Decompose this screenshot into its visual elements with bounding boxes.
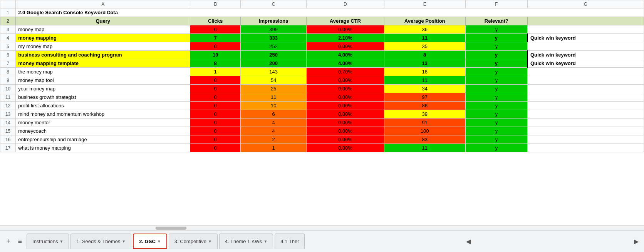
cell-position[interactable]: 91 [384, 118, 465, 127]
cell-position[interactable]: 34 [384, 85, 465, 93]
cell-clicks[interactable]: 8 [190, 59, 241, 68]
add-sheet-button[interactable]: + [3, 235, 13, 248]
cell-query[interactable]: money mapping template [16, 59, 190, 68]
col-header-d[interactable]: D [307, 0, 384, 8]
cell-ctr[interactable]: 0.00% [307, 135, 384, 144]
cell-position[interactable]: 11 [384, 76, 465, 85]
col-header-b[interactable]: B [190, 0, 241, 8]
cell-relevant[interactable]: y [465, 102, 527, 110]
cell-ctr[interactable]: 4.00% [307, 51, 384, 59]
cell-clicks[interactable]: 0 [190, 93, 241, 102]
cell-position[interactable]: 16 [384, 68, 465, 76]
cell-ctr[interactable]: 0.00% [307, 76, 384, 85]
cell-impressions[interactable]: 6 [241, 110, 307, 118]
col-header-f[interactable]: F [465, 0, 527, 8]
tab-instructions[interactable]: Instructions ▼ [27, 234, 69, 249]
tab-nav-next[interactable]: ▶ [632, 236, 641, 247]
cell-ctr[interactable]: 0.70% [307, 68, 384, 76]
cell-clicks[interactable]: 0 [190, 135, 241, 144]
cell-impressions[interactable]: 2 [241, 135, 307, 144]
cell-query[interactable]: business growth strategist [16, 93, 190, 102]
cell-ctr[interactable]: 0.00% [307, 85, 384, 93]
cell-clicks[interactable]: 7 [190, 34, 241, 42]
cell-query[interactable]: mind money and momentum workshop [16, 110, 190, 118]
cell-relevant[interactable]: y [465, 59, 527, 68]
cell-query[interactable]: profit first allocations [16, 102, 190, 110]
cell-ctr[interactable]: 0.00% [307, 110, 384, 118]
cell-ctr[interactable]: 0.00% [307, 93, 384, 102]
cell-query[interactable]: money mentor [16, 118, 190, 127]
cell-ctr[interactable]: 0.00% [307, 102, 384, 110]
cell-clicks[interactable]: 10 [190, 51, 241, 59]
cell-query[interactable]: what is money mapping [16, 144, 190, 152]
sheet-menu-button[interactable]: ≡ [15, 235, 25, 248]
cell-impressions[interactable]: 252 [241, 42, 307, 51]
cell-relevant[interactable]: y [465, 118, 527, 127]
cell-clicks[interactable]: 0 [190, 42, 241, 51]
col-header-a[interactable]: A [16, 0, 190, 8]
cell-impressions[interactable]: 250 [241, 51, 307, 59]
cell-ctr[interactable]: 2.10% [307, 34, 384, 42]
cell-ctr[interactable]: 4.00% [307, 59, 384, 68]
tab-theme41[interactable]: 4.1 Ther [275, 234, 305, 249]
cell-clicks[interactable]: 1 [190, 68, 241, 76]
tab-gsc[interactable]: 2. GSC ▼ [133, 234, 167, 249]
cell-query[interactable]: money map tool [16, 76, 190, 85]
cell-impressions[interactable]: 4 [241, 118, 307, 127]
cell-impressions[interactable]: 54 [241, 76, 307, 85]
cell-relevant[interactable]: y [465, 76, 527, 85]
cell-query[interactable]: my money map [16, 42, 190, 51]
cell-position[interactable]: 35 [384, 42, 465, 51]
cell-impressions[interactable]: 11 [241, 93, 307, 102]
cell-relevant[interactable]: y [465, 42, 527, 51]
col-header-g[interactable]: G [527, 0, 644, 8]
cell-query[interactable]: money mapping [16, 34, 190, 42]
cell-position[interactable]: 11 [384, 34, 465, 42]
cell-relevant[interactable]: y [465, 135, 527, 144]
cell-position[interactable]: 100 [384, 127, 465, 135]
cell-query[interactable]: entrepreneurship and marriage [16, 135, 190, 144]
horizontal-scrollbar[interactable] [0, 225, 644, 230]
cell-ctr[interactable]: 0.00% [307, 127, 384, 135]
cell-impressions[interactable]: 143 [241, 68, 307, 76]
cell-relevant[interactable]: y [465, 25, 527, 34]
cell-clicks[interactable]: 0 [190, 85, 241, 93]
cell-impressions[interactable]: 333 [241, 34, 307, 42]
cell-relevant[interactable]: y [465, 51, 527, 59]
scroll-thumb[interactable] [156, 227, 186, 230]
cell-query[interactable]: moneycoach [16, 127, 190, 135]
cell-relevant[interactable]: y [465, 34, 527, 42]
cell-ctr[interactable]: 0.00% [307, 118, 384, 127]
cell-clicks[interactable]: 0 [190, 127, 241, 135]
cell-impressions[interactable]: 1 [241, 144, 307, 152]
cell-position[interactable]: 97 [384, 93, 465, 102]
cell-clicks[interactable]: 0 [190, 102, 241, 110]
cell-clicks[interactable]: 0 [190, 76, 241, 85]
cell-relevant[interactable]: y [465, 68, 527, 76]
cell-position[interactable]: 11 [384, 144, 465, 152]
cell-impressions[interactable]: 4 [241, 127, 307, 135]
tab-seeds-themes[interactable]: 1. Seeds & Themes ▼ [70, 234, 131, 249]
cell-ctr[interactable]: 0.00% [307, 144, 384, 152]
cell-impressions[interactable]: 200 [241, 59, 307, 68]
cell-relevant[interactable]: y [465, 85, 527, 93]
cell-query[interactable]: the money map [16, 68, 190, 76]
tab-nav-prev[interactable]: ◀ [464, 236, 473, 247]
cell-clicks[interactable]: 0 [190, 25, 241, 34]
cell-position[interactable]: 83 [384, 135, 465, 144]
cell-relevant[interactable]: y [465, 93, 527, 102]
cell-position[interactable]: 8 [384, 51, 465, 59]
cell-impressions[interactable]: 10 [241, 102, 307, 110]
cell-clicks[interactable]: 0 [190, 144, 241, 152]
title-cell[interactable]: 2.0 Google Search Console Keyword Data [16, 8, 644, 17]
cell-relevant[interactable]: y [465, 144, 527, 152]
tab-theme1kws[interactable]: 4. Theme 1 KWs ▼ [219, 234, 273, 249]
cell-position[interactable]: 39 [384, 110, 465, 118]
col-header-c[interactable]: C [241, 0, 307, 8]
cell-clicks[interactable]: 0 [190, 118, 241, 127]
cell-query[interactable]: money map [16, 25, 190, 34]
tab-competitive[interactable]: 3. Competitive ▼ [169, 234, 218, 249]
cell-ctr[interactable]: 0.00% [307, 42, 384, 51]
cell-position[interactable]: 36 [384, 25, 465, 34]
cell-position[interactable]: 13 [384, 59, 465, 68]
